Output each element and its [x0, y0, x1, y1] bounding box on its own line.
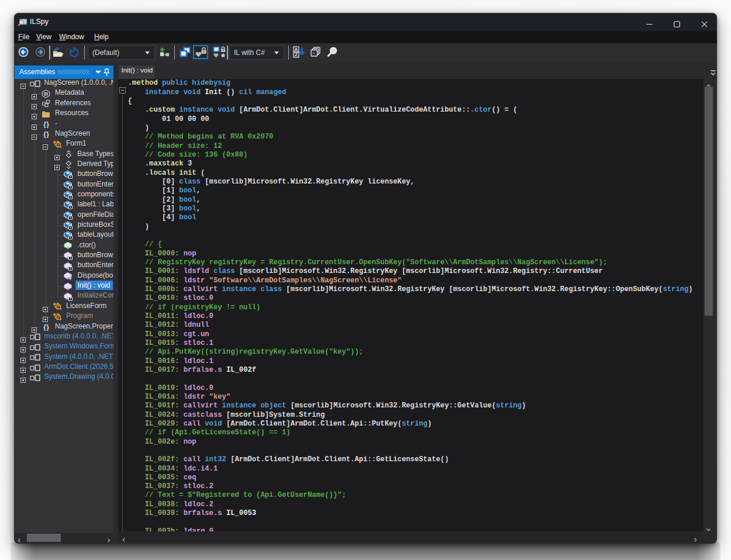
svg-text:{}: {} [43, 130, 49, 138]
svg-text:Z: Z [295, 52, 298, 57]
svg-text:{}: {} [43, 120, 49, 128]
svg-text:{}: {} [43, 323, 49, 331]
svg-text:A: A [294, 47, 298, 52]
